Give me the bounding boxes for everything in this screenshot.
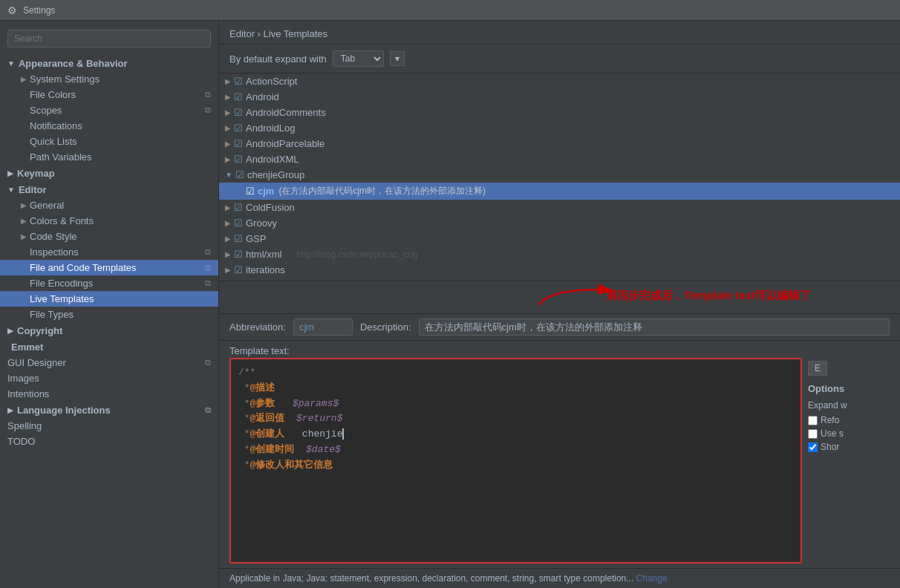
search-input[interactable] xyxy=(7,30,211,48)
tpl-group-androidcomments[interactable]: ▶ ☑ AndroidComments xyxy=(219,105,900,120)
template-text-area: Template text: /** *@描述 *@参数 $params$ *@… xyxy=(219,341,900,568)
sidebar-item-intentions[interactable]: Intentions xyxy=(0,386,218,402)
sidebar-item-path-variables[interactable]: Path Variables xyxy=(0,149,218,165)
checkbox-icon: ☑ xyxy=(234,202,243,213)
sidebar-item-copyright[interactable]: ▶ Copyright xyxy=(0,322,218,339)
sidebar-item-gui-designer[interactable]: GUI Designer ⧉ xyxy=(0,355,218,370)
chevron-right-icon: ▶ xyxy=(225,203,231,212)
checkbox-icon: ☑ xyxy=(234,107,243,118)
chevron-right-icon: ▶ xyxy=(7,406,13,414)
sidebar-item-spelling[interactable]: Spelling xyxy=(0,418,218,434)
sidebar-item-emmet[interactable]: Emmet xyxy=(0,339,218,355)
expand-select[interactable]: Tab Enter Space xyxy=(333,50,384,67)
copy-icon: ⧉ xyxy=(205,358,211,368)
tpl-group-actionscript[interactable]: ▶ ☑ ActionScript xyxy=(219,74,900,89)
tpl-group-chenjie[interactable]: ▼ ☑ chenjieGroup xyxy=(219,167,900,183)
window-icon: ⚙ xyxy=(7,4,17,16)
desc-label: Description: xyxy=(360,321,411,333)
sidebar-item-live-templates[interactable]: Live Templates xyxy=(0,291,218,307)
tpl-group-androidparcelable[interactable]: ▶ ☑ AndroidParcelable xyxy=(219,136,900,151)
tpl-group-android[interactable]: ▶ ☑ Android xyxy=(219,89,900,105)
chevron-right-icon: ▶ xyxy=(225,108,231,117)
template-body-container: /** *@描述 *@参数 $params$ *@返回值 $return$ *@… xyxy=(219,358,900,568)
copy-icon: ⧉ xyxy=(205,263,211,272)
toolbar: By default expand with Tab Enter Space ▾ xyxy=(219,45,900,74)
expand-w-label: Expand w xyxy=(808,400,890,411)
code-line: /** xyxy=(238,365,793,381)
code-line: *@参数 $params$ xyxy=(238,396,793,412)
checkbox-icon: ☑ xyxy=(246,186,255,197)
code-editor[interactable]: /** *@描述 *@参数 $params$ *@返回值 $return$ *@… xyxy=(229,358,802,564)
sidebar-item-editor[interactable]: ▼ Editor xyxy=(0,181,218,197)
sidebar-item-file-encodings[interactable]: File Encodings ⧉ xyxy=(0,275,218,291)
tpl-group-gsp[interactable]: ▶ ☑ GSP xyxy=(219,231,900,246)
use-s-checkbox[interactable] xyxy=(808,429,818,439)
options-row-uses: Use s xyxy=(808,428,890,439)
chevron-right-icon: ▶ xyxy=(225,140,231,148)
sidebar-item-todo[interactable]: TODO xyxy=(0,434,218,449)
tpl-desc: (在方法内部敲代码cjm时，在该方法的外部添加注释) xyxy=(278,185,486,197)
window-title: Settings xyxy=(23,5,55,16)
code-line: *@创建时间 $date$ xyxy=(238,442,793,458)
chevron-right-icon: ▶ xyxy=(21,75,27,83)
dropdown-arrow[interactable]: ▾ xyxy=(390,51,405,66)
checkbox-icon: ☑ xyxy=(234,233,243,244)
template-list: ▶ ☑ ActionScript ▶ ☑ Android ▶ ☑ Android… xyxy=(219,74,900,281)
code-line: *@创建人 chenjie xyxy=(238,427,793,442)
chevron-right-icon: ▶ xyxy=(225,266,231,274)
sidebar-item-code-style[interactable]: ▶ Code Style xyxy=(0,229,218,244)
edit-button[interactable]: E xyxy=(808,361,827,376)
code-line: *@返回值 $return$ xyxy=(238,411,793,427)
reformat-checkbox[interactable] xyxy=(808,416,818,425)
breadcrumb: Editor › Live Templates xyxy=(219,21,900,45)
sidebar-item-notifications[interactable]: Notifications xyxy=(0,118,218,134)
shor-checkbox[interactable] xyxy=(808,442,818,452)
options-title: Options xyxy=(808,383,890,394)
copy-icon: ⧉ xyxy=(205,105,211,115)
sidebar-item-scopes[interactable]: Scopes ⧉ xyxy=(0,102,218,118)
abbrev-row: Abbreviation: Description: xyxy=(219,314,900,341)
chevron-right-icon: ▶ xyxy=(225,219,231,227)
sidebar-item-file-colors[interactable]: File Colors ⧉ xyxy=(0,87,218,102)
sidebar-item-file-code-templates[interactable]: File and Code Templates ⧉ xyxy=(0,260,218,275)
chevron-right-icon: ▶ xyxy=(225,124,231,132)
applicable-row: Applicable in Java; Java: statement, exp… xyxy=(219,568,900,588)
checkbox-icon: ☑ xyxy=(234,138,243,149)
sidebar-item-colors-fonts[interactable]: ▶ Colors & Fonts xyxy=(0,213,218,229)
sidebar-item-general[interactable]: ▶ General xyxy=(0,197,218,213)
sidebar-item-appearance[interactable]: ▼ Appearance & Behavior xyxy=(0,55,218,71)
reformat-label: Refo xyxy=(821,415,839,425)
chevron-down-icon: ▼ xyxy=(7,186,15,194)
tpl-group-androidxml[interactable]: ▶ ☑ AndroidXML xyxy=(219,151,900,167)
checkbox-icon: ☑ xyxy=(234,154,243,165)
sidebar: ▼ Appearance & Behavior ▶ System Setting… xyxy=(0,21,219,588)
tpl-abbr: cjm xyxy=(258,186,274,197)
url-watermark: http://blog.csdn.net/pucao_cug xyxy=(296,249,417,260)
sidebar-item-quick-lists[interactable]: Quick Lists xyxy=(0,134,218,149)
desc-input[interactable] xyxy=(419,318,890,336)
checkbox-icon: ☑ xyxy=(234,218,243,229)
sidebar-item-inspections[interactable]: Inspections ⧉ xyxy=(0,244,218,260)
sidebar-item-images[interactable]: Images xyxy=(0,370,218,386)
copy-icon: ⧉ xyxy=(205,247,211,257)
sidebar-item-system-settings[interactable]: ▶ System Settings xyxy=(0,71,218,87)
applicable-text: Applicable in Java; Java: statement, exp… xyxy=(229,573,633,584)
chevron-down-icon: ▼ xyxy=(225,171,232,179)
sidebar-item-file-types[interactable]: File Types xyxy=(0,307,218,322)
shor-label: Shor xyxy=(821,442,839,452)
tpl-group-coldfusion[interactable]: ▶ ☑ ColdFusion xyxy=(219,200,900,215)
abbrev-input[interactable] xyxy=(293,318,353,336)
tpl-group-htmlxml[interactable]: ▶ ☑ html/xml http://blog.csdn.net/pucao_… xyxy=(219,246,900,262)
chevron-right-icon: ▶ xyxy=(225,235,231,243)
template-text-label: Template text: xyxy=(219,341,900,358)
chevron-right-icon: ▶ xyxy=(21,201,27,209)
sidebar-item-keymap[interactable]: ▶ Keymap xyxy=(0,165,218,181)
title-bar: ⚙ Settings xyxy=(0,0,900,21)
sidebar-item-language-injections[interactable]: ▶ Language Injections ⧉ xyxy=(0,402,218,418)
applicable-change-link[interactable]: Change xyxy=(636,573,668,584)
tpl-group-groovy[interactable]: ▶ ☑ Groovy xyxy=(219,215,900,231)
code-line: *@修改人和其它信息 xyxy=(238,458,793,474)
tpl-item-cjm[interactable]: ☑ cjm (在方法内部敲代码cjm时，在该方法的外部添加注释) xyxy=(219,183,900,200)
tpl-group-iterations[interactable]: ▶ ☑ iterations xyxy=(219,262,900,278)
tpl-group-androidlog[interactable]: ▶ ☑ AndroidLog xyxy=(219,120,900,136)
